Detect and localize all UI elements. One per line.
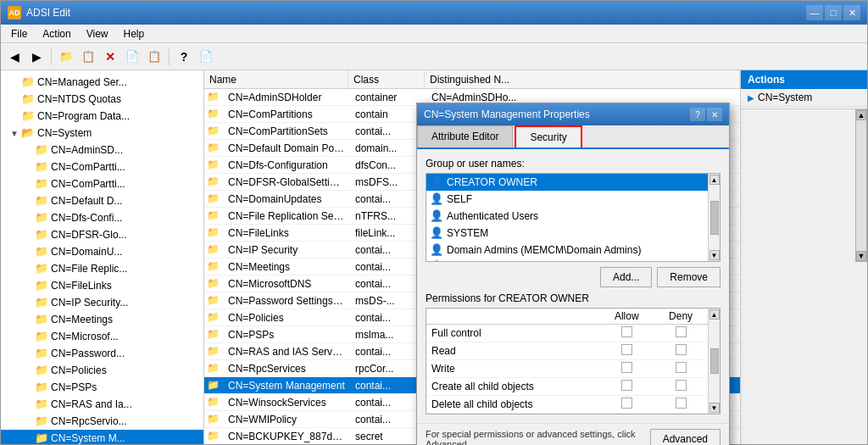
user-item[interactable]: 👤 Authenticated Users <box>426 208 708 225</box>
perms-scrollbar[interactable]: ▲ ▼ <box>708 309 720 414</box>
sidebar-item-dfs-confi[interactable]: 📁 CN=Dfs-Confi... <box>1 209 203 226</box>
user-item[interactable]: 👤 CREATOR OWNER <box>426 174 708 191</box>
sidebar-item-filelinks[interactable]: 📁 CN=FileLinks <box>1 277 203 294</box>
perm-deny-checkbox[interactable] <box>676 326 687 337</box>
folder-icon: 📁 <box>207 142 220 155</box>
perm-allow-cell[interactable] <box>599 360 654 378</box>
add-button[interactable]: Add... <box>600 267 652 287</box>
col-dn[interactable]: Distinguished N... <box>425 70 740 88</box>
sidebar-item-ntds[interactable]: 📁 CN=NTDS Quotas <box>1 91 203 108</box>
folder-icon: 📁 <box>207 91 220 104</box>
sidebar-item-compartti1[interactable]: 📁 CN=ComPartti... <box>1 159 203 175</box>
delete-button[interactable]: ✕ <box>100 47 120 67</box>
dialog-help-button[interactable]: ? <box>690 108 705 121</box>
perm-deny-cell[interactable] <box>654 378 708 396</box>
tab-attribute-editor[interactable]: Attribute Editor <box>417 125 513 147</box>
dialog-title-bar: CN=System Management Properties ? ✕ <box>417 103 729 125</box>
paste-button[interactable]: 📋 <box>144 47 164 67</box>
help-button[interactable]: ? <box>174 47 194 67</box>
sidebar-item-password[interactable]: 📁 CN=Password... <box>1 345 203 362</box>
perm-allow-checkbox[interactable] <box>621 398 632 409</box>
folder-icon: 📁 <box>207 277 220 291</box>
dialog-tabs: Attribute Editor Security <box>417 125 729 149</box>
users-scrollbar[interactable]: ▲ ▼ <box>708 174 720 261</box>
footer-text: For special permissions or advanced sett… <box>426 429 650 445</box>
sidebar-item-compartti2[interactable]: 📁 CN=ComPartti... <box>1 175 203 192</box>
sidebar-item-psps[interactable]: 📁 CN=PSPs <box>1 379 203 396</box>
sidebar-item-dfsr-glo[interactable]: 📁 CN=DFSR-Glo... <box>1 226 203 243</box>
action-item-system[interactable]: ▶ CN=System <box>741 89 867 107</box>
folder-icon: 📁 <box>35 262 48 275</box>
list-cell-class: contai... <box>350 193 426 205</box>
sidebar-item-system[interactable]: ▼ 📂 CN=System <box>1 125 203 142</box>
sidebar-item-default-d[interactable]: 📁 CN=Default D... <box>1 192 203 209</box>
folder-icon: 📁 <box>35 228 48 242</box>
dialog-close-button[interactable]: ✕ <box>707 108 722 121</box>
forward-button[interactable]: ▶ <box>26 47 47 67</box>
user-item[interactable]: 👤 SELF <box>426 191 708 208</box>
sidebar-item-rpc[interactable]: 📁 CN=RpcServio... <box>1 413 203 430</box>
perm-allow-cell[interactable] <box>599 378 654 396</box>
sidebar-item-meetings[interactable]: 📁 CN=Meetings <box>1 311 203 328</box>
permissions-table: Allow Deny Full control Read Write <box>426 309 708 414</box>
perm-deny-cell[interactable] <box>654 325 708 342</box>
perm-deny-checkbox[interactable] <box>676 380 687 391</box>
sidebar-item-microsof[interactable]: 📁 CN=Microsof... <box>1 328 203 345</box>
perm-deny-cell[interactable] <box>654 360 708 378</box>
perm-allow-cell[interactable] <box>599 396 654 414</box>
user-item[interactable]: 👤 SYSTEM <box>426 225 708 242</box>
folder-icon: 📁 <box>207 243 220 257</box>
sidebar-item-admin-sd[interactable]: 📁 CN=AdminSD... <box>1 142 203 159</box>
sidebar-item-label: CN=PSPs <box>51 381 97 393</box>
window-controls: — □ ✕ <box>806 5 860 20</box>
perm-allow-checkbox[interactable] <box>621 326 632 337</box>
folder-icon: 📁 <box>35 245 48 259</box>
sidebar-item-system-mgmt[interactable]: 📁 CN=System M... <box>1 430 203 444</box>
col-name[interactable]: Name <box>204 70 348 88</box>
perm-allow-checkbox[interactable] <box>621 380 632 391</box>
perm-deny-checkbox[interactable] <box>676 344 687 355</box>
perm-allow-cell[interactable] <box>599 342 654 360</box>
actions-scrollbar[interactable]: ▲ ▼ <box>855 109 867 262</box>
folder-icon: 📁 <box>207 209 220 223</box>
remove-button[interactable]: Remove <box>657 267 721 287</box>
perm-allow-checkbox[interactable] <box>621 362 632 373</box>
copy-button[interactable]: 📋 <box>78 47 98 67</box>
perm-allow-checkbox[interactable] <box>621 344 632 355</box>
app-icon: AD <box>8 6 21 19</box>
sidebar-item-ras[interactable]: 📁 CN=RAS and Ia... <box>1 396 203 413</box>
sidebar-item-program-data[interactable]: 📁 CN=Program Data... <box>1 108 203 125</box>
menu-action[interactable]: Action <box>36 26 77 42</box>
user-item[interactable]: 👤 Domain Admins (MEMCM\Domain Admins) <box>426 242 708 259</box>
tab-security[interactable]: Security <box>515 125 581 147</box>
menu-help[interactable]: Help <box>117 26 152 42</box>
sidebar-item-file-replic[interactable]: 📁 CN=File Replic... <box>1 260 203 277</box>
folder-button[interactable]: 📁 <box>56 47 76 67</box>
maximize-button[interactable]: □ <box>825 5 842 20</box>
perm-deny-cell[interactable] <box>654 396 708 414</box>
perm-deny-cell[interactable] <box>654 342 708 360</box>
menu-view[interactable]: View <box>80 26 115 42</box>
perm-allow-cell[interactable] <box>599 325 654 342</box>
folder-icon: 📁 <box>207 396 220 409</box>
advanced-button[interactable]: Advanced <box>650 429 721 445</box>
close-button[interactable]: ✕ <box>843 5 860 20</box>
sidebar-item-policies[interactable]: 📁 CN=Policies <box>1 362 203 379</box>
sidebar-item-domain-u[interactable]: 📁 CN=DomainU... <box>1 243 203 260</box>
menu-file[interactable]: File <box>4 26 34 42</box>
list-cell-dn: CN=AdminSDHo... <box>426 92 740 103</box>
user-item[interactable]: 👤 Enterprise Admins (MEMCM\Enterprise Ad… <box>426 259 708 261</box>
perm-col-name <box>426 309 599 325</box>
new-button[interactable]: 📄 <box>122 47 142 67</box>
minimize-button[interactable]: — <box>806 5 823 20</box>
properties-button[interactable]: 📄 <box>196 47 216 67</box>
back-button[interactable]: ◀ <box>4 47 25 67</box>
col-class[interactable]: Class <box>348 70 425 88</box>
sidebar-item-managed-ser[interactable]: 📁 CN=Managed Ser... <box>1 74 203 91</box>
sidebar-item-ip-security[interactable]: 📁 CN=IP Security... <box>1 294 203 311</box>
permissions-label: Permissions for CREATOR OWNER <box>426 292 721 304</box>
perm-deny-checkbox[interactable] <box>676 362 687 373</box>
sidebar-item-label: CN=Dfs-Confi... <box>51 212 122 224</box>
perm-name: Write <box>426 360 599 378</box>
perm-deny-checkbox[interactable] <box>676 398 687 409</box>
